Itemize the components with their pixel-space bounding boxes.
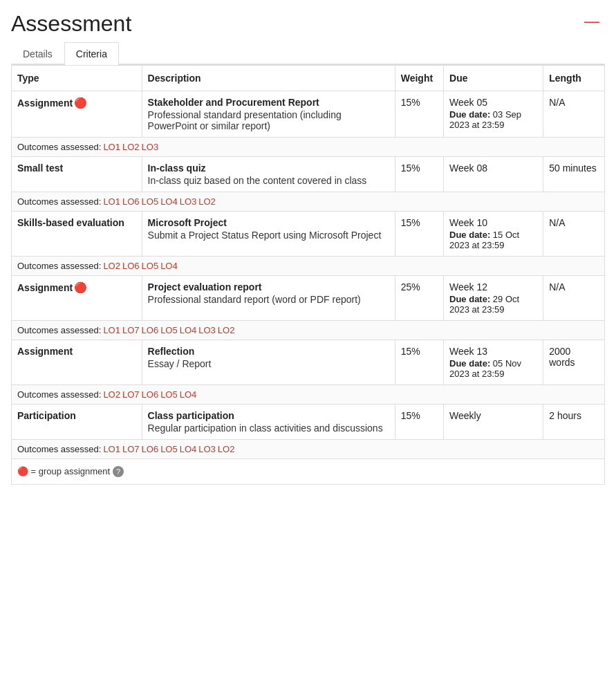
col-header-due: Due (444, 66, 543, 91)
length-cell: 2 hours (543, 405, 605, 440)
description-title: Project evaluation report (148, 281, 389, 293)
lo-link[interactable]: LO1 (103, 444, 120, 454)
outcomes-row: Outcomes assessed:LO1LO2LO3 (12, 138, 605, 157)
col-header-description: Description (142, 66, 395, 91)
due-cell: Week 08 (444, 157, 543, 192)
due-date: Due date: 15 Oct 2023 at 23:59 (449, 230, 537, 250)
lo-link[interactable]: LO2 (103, 389, 120, 400)
lo-link[interactable]: LO5 (142, 196, 159, 207)
lo-link[interactable]: LO6 (142, 389, 159, 400)
due-week: Week 10 (449, 217, 537, 228)
lo-link[interactable]: LO3 (180, 196, 197, 207)
lo-link[interactable]: LO7 (122, 389, 140, 400)
description-cell: Microsoft ProjectSubmit a Project Status… (142, 212, 395, 257)
length-cell: N/A (543, 91, 605, 138)
group-icon: 🔴 (74, 97, 87, 109)
page-header: Assessment — (11, 11, 605, 37)
lo-link[interactable]: LO1 (103, 142, 120, 152)
help-icon-button[interactable]: ? (113, 466, 124, 477)
lo-link[interactable]: LO4 (180, 325, 197, 335)
description-title: Stakeholder and Procurement Report (148, 97, 389, 108)
outcomes-row: Outcomes assessed:LO1LO7LO6LO5LO4LO3LO2 (12, 321, 605, 340)
lo-link[interactable]: LO6 (122, 261, 140, 271)
lo-link[interactable]: LO5 (160, 389, 178, 400)
footer-legend-text: = group assignment (28, 466, 110, 476)
description-cell: In-class quizIn-class quiz based on the … (142, 157, 395, 192)
lo-link[interactable]: LO4 (160, 196, 178, 207)
lo-link[interactable]: LO4 (180, 389, 197, 400)
lo-link[interactable]: LO1 (103, 196, 120, 207)
description-title: Microsoft Project (148, 217, 389, 228)
lo-link[interactable]: LO6 (142, 325, 159, 335)
tab-criteria[interactable]: Criteria (64, 42, 119, 65)
due-date: Due date: 03 Sep 2023 at 23:59 (449, 109, 537, 130)
table-row: Skills-based evaluationMicrosoft Project… (12, 212, 605, 257)
lo-link[interactable]: LO5 (160, 444, 178, 454)
description-title: In-class quiz (148, 163, 389, 174)
lo-link[interactable]: LO2 (198, 196, 216, 207)
outcomes-label: Outcomes assessed: (17, 142, 101, 152)
due-cell: Week 12Due date: 29 Oct 2023 at 23:59 (444, 276, 543, 321)
lo-link[interactable]: LO6 (122, 196, 140, 207)
type-cell: Assignment (12, 340, 142, 385)
outcomes-row: Outcomes assessed:LO1LO6LO5LO4LO3LO2 (12, 192, 605, 212)
weight-cell: 25% (395, 276, 443, 321)
outcomes-label: Outcomes assessed: (17, 444, 101, 454)
tab-details[interactable]: Details (11, 42, 64, 65)
lo-link[interactable]: LO3 (198, 325, 216, 335)
table-row: AssignmentReflectionEssay / Report15%Wee… (12, 340, 605, 385)
due-date: Due date: 29 Oct 2023 at 23:59 (449, 294, 537, 315)
lo-link[interactable]: LO6 (142, 444, 159, 454)
outcomes-row: Outcomes assessed:LO1LO7LO6LO5LO4LO3LO2 (12, 440, 605, 459)
table-row: Small testIn-class quizIn-class quiz bas… (12, 157, 605, 192)
lo-link[interactable]: LO7 (122, 444, 140, 454)
lo-link[interactable]: LO7 (122, 325, 140, 335)
outcomes-cell: Outcomes assessed:LO2LO7LO6LO5LO4 (12, 385, 605, 405)
description-body: Regular participation in class activitie… (148, 423, 389, 434)
description-cell: Stakeholder and Procurement ReportProfes… (142, 91, 395, 138)
lo-link[interactable]: LO5 (142, 261, 159, 271)
weight-cell: 15% (395, 91, 443, 138)
type-cell: Participation (12, 405, 142, 440)
col-header-length: Length (543, 66, 605, 91)
outcomes-row: Outcomes assessed:LO2LO7LO6LO5LO4 (12, 385, 605, 405)
outcomes-cell: Outcomes assessed:LO1LO2LO3 (12, 138, 605, 157)
due-week: Week 12 (449, 281, 537, 293)
lo-link[interactable]: LO3 (142, 142, 159, 152)
col-header-type: Type (12, 66, 142, 91)
table-row: Assignment 🔴Stakeholder and Procurement … (12, 91, 605, 138)
outcomes-cell: Outcomes assessed:LO1LO6LO5LO4LO3LO2 (12, 192, 605, 212)
description-cell: ReflectionEssay / Report (142, 340, 395, 385)
length-cell: 2000 words (543, 340, 605, 385)
group-icon: 🔴 (74, 281, 87, 294)
col-header-weight: Weight (395, 66, 443, 91)
outcomes-label: Outcomes assessed: (17, 196, 101, 207)
weight-cell: 15% (395, 157, 443, 192)
description-cell: Class participationRegular participation… (142, 405, 395, 440)
lo-link[interactable]: LO1 (103, 325, 120, 335)
lo-link[interactable]: LO2 (218, 325, 235, 335)
due-cell: Weekly (444, 405, 543, 440)
lo-link[interactable]: LO3 (198, 444, 216, 454)
minimize-button[interactable]: — (579, 11, 605, 32)
due-week: Week 05 (449, 97, 537, 108)
lo-link[interactable]: LO2 (103, 261, 120, 271)
description-body: Professional standard report (word or PD… (148, 294, 389, 305)
outcomes-row: Outcomes assessed:LO2LO6LO5LO4 (12, 257, 605, 276)
lo-link[interactable]: LO5 (160, 325, 178, 335)
type-cell: Assignment 🔴 (12, 276, 142, 321)
tab-bar: DetailsCriteria (11, 42, 605, 65)
lo-link[interactable]: LO2 (122, 142, 140, 152)
lo-link[interactable]: LO4 (160, 261, 178, 271)
lo-link[interactable]: LO4 (180, 444, 197, 454)
due-week: Week 08 (449, 163, 537, 174)
weight-cell: 15% (395, 212, 443, 257)
outcomes-cell: Outcomes assessed:LO1LO7LO6LO5LO4LO3LO2 (12, 440, 605, 459)
description-title: Reflection (148, 346, 389, 357)
lo-link[interactable]: LO2 (218, 444, 235, 454)
footer-cell: 🔴 = group assignment? (12, 459, 605, 485)
description-body: Professional standard presentation (incl… (148, 109, 389, 131)
footer-row: 🔴 = group assignment? (12, 459, 605, 485)
outcomes-label: Outcomes assessed: (17, 261, 101, 271)
due-week: Week 13 (449, 346, 537, 357)
